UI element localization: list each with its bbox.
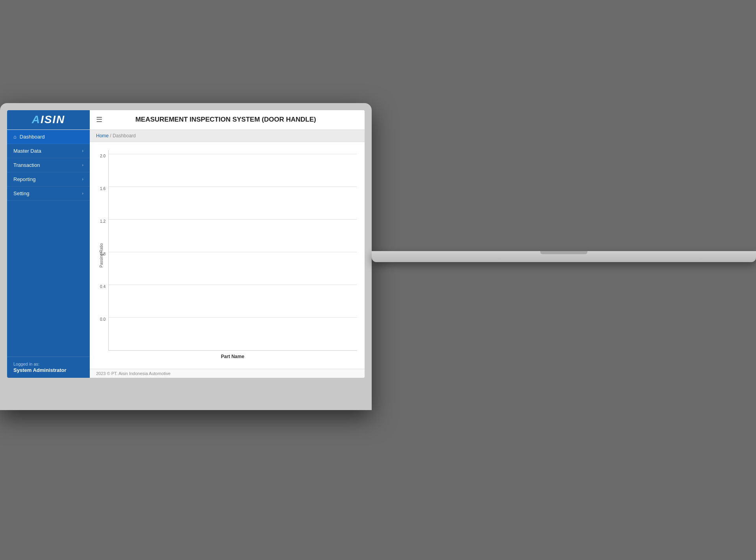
laptop-screen: AISIN ☰ MEASUREMENT INSPECTION SYSTEM (D… [7, 110, 365, 378]
grid-line [109, 219, 357, 220]
grid-row: 0.4 [109, 285, 357, 317]
breadcrumb: Home / Dashboard [90, 130, 365, 142]
laptop-base [372, 251, 756, 262]
body-wrapper: ⌂ Dashboard Master Data › Transaction [7, 130, 365, 378]
grid-y-label: 0.4 [94, 285, 106, 289]
sidebar: ⌂ Dashboard Master Data › Transaction [7, 130, 90, 378]
sidebar-item-master-data[interactable]: Master Data › [7, 144, 90, 158]
grid-line [109, 285, 357, 285]
sidebar-label-transaction: Transaction [13, 162, 40, 168]
app-header: AISIN ☰ MEASUREMENT INSPECTION SYSTEM (D… [7, 110, 365, 130]
app-wrapper: AISIN ☰ MEASUREMENT INSPECTION SYSTEM (D… [7, 110, 365, 378]
page-title: MEASUREMENT INSPECTION SYSTEM (DOOR HAND… [109, 116, 358, 124]
grid-row: 2.0 [109, 154, 357, 187]
grid-row: 0.8 [109, 252, 357, 285]
footer-text: 2023 © PT. Aisin Indonesia Automotive [96, 371, 170, 376]
grid-row: 1.2 [109, 219, 357, 252]
grid-row: 1.6 [109, 187, 357, 219]
laptop-frame: AISIN ☰ MEASUREMENT INSPECTION SYSTEM (D… [0, 103, 372, 410]
chevron-right-icon-3: › [82, 177, 83, 181]
x-axis-label: Part Name [108, 354, 357, 361]
grid-y-label: 2.0 [94, 154, 106, 158]
logo: AISIN [32, 113, 65, 126]
sidebar-label-reporting: Reporting [13, 176, 35, 182]
sidebar-footer: Logged in as: System Administrator [7, 357, 90, 378]
grid-y-label: 1.2 [94, 219, 106, 224]
breadcrumb-home[interactable]: Home [96, 133, 109, 139]
breadcrumb-current: Dashboard [113, 133, 136, 139]
username-label: System Administrator [13, 367, 83, 373]
grid-line [109, 252, 357, 252]
home-icon: ⌂ [13, 134, 17, 140]
grid-line [109, 154, 357, 154]
sidebar-label-setting: Setting [13, 190, 29, 196]
sidebar-label-master-data: Master Data [13, 148, 41, 154]
laptop-notch [540, 251, 587, 254]
chart-plot-area: 2.01.61.20.80.40.0 [108, 150, 357, 351]
grid-y-label: 1.6 [94, 187, 106, 191]
header-right: ☰ MEASUREMENT INSPECTION SYSTEM (DOOR HA… [90, 115, 365, 124]
sidebar-item-dashboard[interactable]: ⌂ Dashboard [7, 130, 90, 144]
chart-container: Passing Ratio 2.01.61.20.80.40.0 Part Na… [98, 150, 357, 361]
header-logo-area: AISIN [7, 110, 90, 129]
sidebar-item-reporting[interactable]: Reporting › [7, 172, 90, 187]
main-content: Home / Dashboard Passing Ratio [90, 130, 365, 378]
chevron-right-icon-4: › [82, 191, 83, 196]
chevron-right-icon: › [82, 148, 83, 153]
sidebar-item-setting[interactable]: Setting › [7, 187, 90, 201]
logged-in-label: Logged in as: [13, 362, 83, 366]
grid-line [109, 317, 357, 318]
chevron-right-icon-2: › [82, 163, 83, 167]
grid-y-label: 0.8 [94, 252, 106, 256]
grid-row: 0.0 [109, 317, 357, 350]
content-area: Passing Ratio 2.01.61.20.80.40.0 Part Na… [90, 142, 365, 369]
breadcrumb-separator: / [110, 133, 111, 139]
app-footer: 2023 © PT. Aisin Indonesia Automotive [90, 369, 365, 378]
chart-grid: 2.01.61.20.80.40.0 [109, 150, 357, 350]
grid-y-label: 0.0 [94, 317, 106, 322]
chart-inner: Passing Ratio 2.01.61.20.80.40.0 Part Na… [98, 150, 357, 361]
sidebar-label-dashboard: Dashboard [20, 134, 45, 140]
grid-line [109, 187, 357, 187]
hamburger-icon[interactable]: ☰ [96, 115, 102, 124]
sidebar-item-transaction[interactable]: Transaction › [7, 158, 90, 172]
chart-body: 2.01.61.20.80.40.0 Part Name [105, 150, 357, 361]
